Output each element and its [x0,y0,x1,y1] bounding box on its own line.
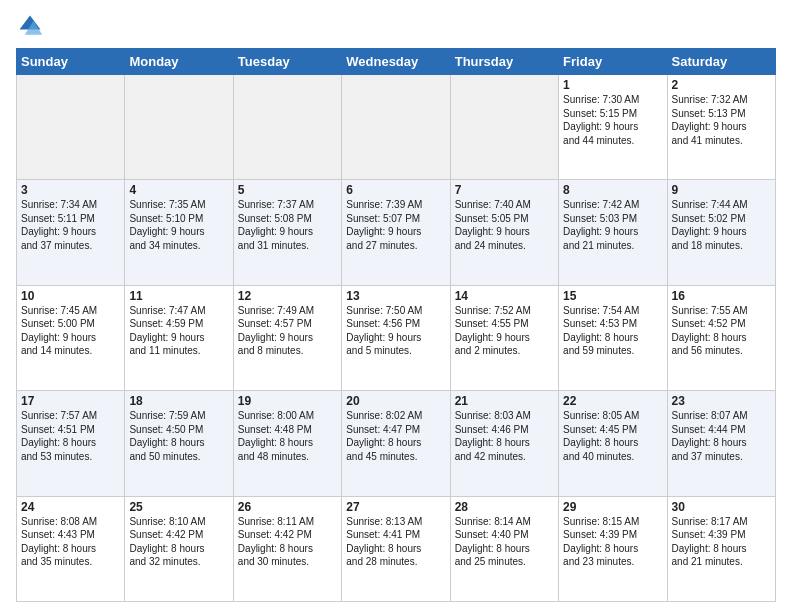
day-info: Sunrise: 7:54 AM Sunset: 4:53 PM Dayligh… [563,304,662,358]
day-number: 15 [563,289,662,303]
calendar-cell: 18Sunrise: 7:59 AM Sunset: 4:50 PM Dayli… [125,391,233,496]
calendar-cell [450,75,558,180]
day-number: 7 [455,183,554,197]
day-number: 12 [238,289,337,303]
calendar-header-sunday: Sunday [17,49,125,75]
calendar-week-1: 1Sunrise: 7:30 AM Sunset: 5:15 PM Daylig… [17,75,776,180]
header [16,12,776,40]
day-number: 1 [563,78,662,92]
calendar-cell: 1Sunrise: 7:30 AM Sunset: 5:15 PM Daylig… [559,75,667,180]
day-number: 2 [672,78,771,92]
day-info: Sunrise: 8:13 AM Sunset: 4:41 PM Dayligh… [346,515,445,569]
day-number: 26 [238,500,337,514]
calendar-cell: 4Sunrise: 7:35 AM Sunset: 5:10 PM Daylig… [125,180,233,285]
calendar-cell: 8Sunrise: 7:42 AM Sunset: 5:03 PM Daylig… [559,180,667,285]
day-info: Sunrise: 7:50 AM Sunset: 4:56 PM Dayligh… [346,304,445,358]
calendar-cell: 20Sunrise: 8:02 AM Sunset: 4:47 PM Dayli… [342,391,450,496]
page: SundayMondayTuesdayWednesdayThursdayFrid… [0,0,792,612]
day-number: 19 [238,394,337,408]
calendar-header-thursday: Thursday [450,49,558,75]
day-number: 5 [238,183,337,197]
day-number: 17 [21,394,120,408]
day-info: Sunrise: 8:10 AM Sunset: 4:42 PM Dayligh… [129,515,228,569]
calendar-header-row: SundayMondayTuesdayWednesdayThursdayFrid… [17,49,776,75]
calendar-cell: 21Sunrise: 8:03 AM Sunset: 4:46 PM Dayli… [450,391,558,496]
calendar-cell: 17Sunrise: 7:57 AM Sunset: 4:51 PM Dayli… [17,391,125,496]
day-number: 16 [672,289,771,303]
day-info: Sunrise: 8:05 AM Sunset: 4:45 PM Dayligh… [563,409,662,463]
day-number: 28 [455,500,554,514]
calendar-cell: 14Sunrise: 7:52 AM Sunset: 4:55 PM Dayli… [450,285,558,390]
calendar-cell: 11Sunrise: 7:47 AM Sunset: 4:59 PM Dayli… [125,285,233,390]
day-info: Sunrise: 7:42 AM Sunset: 5:03 PM Dayligh… [563,198,662,252]
calendar-header-monday: Monday [125,49,233,75]
calendar-week-4: 17Sunrise: 7:57 AM Sunset: 4:51 PM Dayli… [17,391,776,496]
day-number: 25 [129,500,228,514]
day-number: 27 [346,500,445,514]
calendar-week-2: 3Sunrise: 7:34 AM Sunset: 5:11 PM Daylig… [17,180,776,285]
calendar-header-saturday: Saturday [667,49,775,75]
day-info: Sunrise: 8:14 AM Sunset: 4:40 PM Dayligh… [455,515,554,569]
calendar-cell: 24Sunrise: 8:08 AM Sunset: 4:43 PM Dayli… [17,496,125,601]
calendar-cell [233,75,341,180]
day-info: Sunrise: 8:17 AM Sunset: 4:39 PM Dayligh… [672,515,771,569]
day-number: 29 [563,500,662,514]
day-info: Sunrise: 7:35 AM Sunset: 5:10 PM Dayligh… [129,198,228,252]
day-number: 14 [455,289,554,303]
calendar-week-5: 24Sunrise: 8:08 AM Sunset: 4:43 PM Dayli… [17,496,776,601]
logo [16,12,48,40]
calendar-cell: 10Sunrise: 7:45 AM Sunset: 5:00 PM Dayli… [17,285,125,390]
calendar-cell [342,75,450,180]
calendar-cell: 29Sunrise: 8:15 AM Sunset: 4:39 PM Dayli… [559,496,667,601]
calendar-cell: 25Sunrise: 8:10 AM Sunset: 4:42 PM Dayli… [125,496,233,601]
logo-icon [16,12,44,40]
day-info: Sunrise: 7:45 AM Sunset: 5:00 PM Dayligh… [21,304,120,358]
calendar-cell: 27Sunrise: 8:13 AM Sunset: 4:41 PM Dayli… [342,496,450,601]
calendar-table: SundayMondayTuesdayWednesdayThursdayFrid… [16,48,776,602]
day-number: 24 [21,500,120,514]
day-number: 9 [672,183,771,197]
calendar-cell: 9Sunrise: 7:44 AM Sunset: 5:02 PM Daylig… [667,180,775,285]
day-number: 4 [129,183,228,197]
calendar-cell: 12Sunrise: 7:49 AM Sunset: 4:57 PM Dayli… [233,285,341,390]
calendar-cell: 7Sunrise: 7:40 AM Sunset: 5:05 PM Daylig… [450,180,558,285]
calendar-cell [125,75,233,180]
calendar-cell: 23Sunrise: 8:07 AM Sunset: 4:44 PM Dayli… [667,391,775,496]
day-number: 20 [346,394,445,408]
calendar-cell: 26Sunrise: 8:11 AM Sunset: 4:42 PM Dayli… [233,496,341,601]
calendar-cell: 5Sunrise: 7:37 AM Sunset: 5:08 PM Daylig… [233,180,341,285]
day-number: 8 [563,183,662,197]
day-info: Sunrise: 7:39 AM Sunset: 5:07 PM Dayligh… [346,198,445,252]
day-number: 23 [672,394,771,408]
day-info: Sunrise: 7:49 AM Sunset: 4:57 PM Dayligh… [238,304,337,358]
day-info: Sunrise: 7:52 AM Sunset: 4:55 PM Dayligh… [455,304,554,358]
calendar-cell: 28Sunrise: 8:14 AM Sunset: 4:40 PM Dayli… [450,496,558,601]
day-number: 13 [346,289,445,303]
day-info: Sunrise: 8:15 AM Sunset: 4:39 PM Dayligh… [563,515,662,569]
calendar-cell: 3Sunrise: 7:34 AM Sunset: 5:11 PM Daylig… [17,180,125,285]
day-number: 30 [672,500,771,514]
day-info: Sunrise: 7:37 AM Sunset: 5:08 PM Dayligh… [238,198,337,252]
day-info: Sunrise: 7:55 AM Sunset: 4:52 PM Dayligh… [672,304,771,358]
calendar-header-tuesday: Tuesday [233,49,341,75]
day-info: Sunrise: 7:47 AM Sunset: 4:59 PM Dayligh… [129,304,228,358]
calendar-cell: 2Sunrise: 7:32 AM Sunset: 5:13 PM Daylig… [667,75,775,180]
day-number: 11 [129,289,228,303]
calendar-cell: 16Sunrise: 7:55 AM Sunset: 4:52 PM Dayli… [667,285,775,390]
day-number: 22 [563,394,662,408]
day-info: Sunrise: 8:07 AM Sunset: 4:44 PM Dayligh… [672,409,771,463]
calendar-cell: 13Sunrise: 7:50 AM Sunset: 4:56 PM Dayli… [342,285,450,390]
day-info: Sunrise: 8:11 AM Sunset: 4:42 PM Dayligh… [238,515,337,569]
day-info: Sunrise: 7:44 AM Sunset: 5:02 PM Dayligh… [672,198,771,252]
day-number: 21 [455,394,554,408]
day-info: Sunrise: 8:08 AM Sunset: 4:43 PM Dayligh… [21,515,120,569]
calendar-cell: 19Sunrise: 8:00 AM Sunset: 4:48 PM Dayli… [233,391,341,496]
day-info: Sunrise: 8:02 AM Sunset: 4:47 PM Dayligh… [346,409,445,463]
calendar-cell: 6Sunrise: 7:39 AM Sunset: 5:07 PM Daylig… [342,180,450,285]
day-info: Sunrise: 7:30 AM Sunset: 5:15 PM Dayligh… [563,93,662,147]
day-number: 3 [21,183,120,197]
calendar-header-wednesday: Wednesday [342,49,450,75]
day-number: 18 [129,394,228,408]
day-info: Sunrise: 8:00 AM Sunset: 4:48 PM Dayligh… [238,409,337,463]
calendar-header-friday: Friday [559,49,667,75]
